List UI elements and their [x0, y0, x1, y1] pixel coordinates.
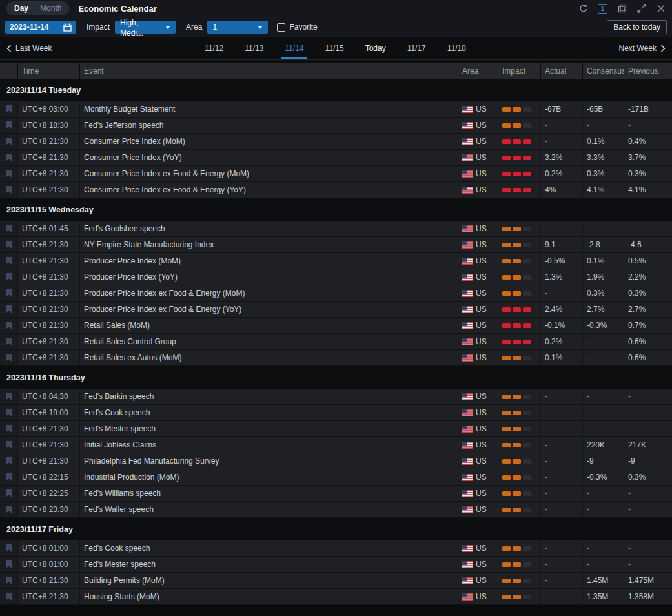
- event-row[interactable]: UTC+8 21:30Consumer Price Index ex Food …: [0, 182, 672, 198]
- impact-bar: [513, 275, 521, 280]
- bookmark-icon[interactable]: [6, 354, 12, 362]
- event-row[interactable]: UTC+8 21:30Housing Starts (MoM)US-1.35M1…: [0, 589, 672, 605]
- bookmark-icon[interactable]: [6, 489, 12, 497]
- next-week-button[interactable]: Next Week: [619, 37, 666, 59]
- bookmark-icon[interactable]: [6, 170, 12, 178]
- impact-bar: [513, 579, 521, 583]
- impact-cell: [498, 589, 541, 604]
- impact-bar: [523, 356, 531, 360]
- event-row[interactable]: UTC+8 01:45Fed's Goolsbee speechUS---: [0, 221, 672, 237]
- event-row[interactable]: UTC+8 21:30Retail Sales ex Autos (MoM)US…: [0, 350, 672, 366]
- bookmark-icon[interactable]: [6, 577, 12, 584]
- bookmark-icon[interactable]: [6, 560, 12, 568]
- title-bar: Day Month Economic Calendar 1: [0, 0, 672, 17]
- event-row[interactable]: UTC+8 22:15Industrial Production (MoM)US…: [0, 469, 672, 486]
- bookmark-icon[interactable]: [6, 593, 12, 601]
- event-row[interactable]: UTC+8 21:30Consumer Price Index ex Food …: [0, 166, 672, 182]
- week-day-11-18[interactable]: 11/18: [446, 37, 467, 59]
- bookmark-icon[interactable]: [6, 289, 12, 297]
- event-row[interactable]: UTC+8 22:25Fed's Williams speechUS---: [0, 486, 672, 502]
- close-icon[interactable]: [656, 4, 666, 14]
- event-row[interactable]: UTC+8 18:30Fed's Jefferson speechUS---: [0, 118, 672, 134]
- week-day-11-17[interactable]: 11/17: [406, 37, 427, 59]
- bookmark-icon[interactable]: [6, 305, 12, 313]
- bookmark-icon[interactable]: [6, 322, 12, 329]
- event-row[interactable]: UTC+8 03:00Monthly Budget StatementUS-67…: [0, 101, 672, 118]
- consensus-value-text: -: [587, 353, 589, 362]
- tab-day[interactable]: Day: [9, 3, 34, 14]
- week-day-11-14[interactable]: 11/14: [283, 37, 305, 59]
- week-day-11-15[interactable]: 11/15: [323, 37, 345, 59]
- consensus-value: -: [583, 221, 624, 236]
- event-row[interactable]: UTC+8 21:30Producer Price Index ex Food …: [0, 285, 672, 302]
- week-day-11-13[interactable]: 11/13: [243, 37, 265, 59]
- event-area: US: [458, 253, 498, 269]
- event-row[interactable]: UTC+8 21:30Producer Price Index ex Food …: [0, 302, 672, 318]
- bookmark-icon[interactable]: [6, 273, 12, 281]
- event-row[interactable]: UTC+8 21:30Building Permits (MoM)US-1.45…: [0, 573, 672, 589]
- actual-value-text: -: [545, 408, 547, 417]
- restore-window-icon[interactable]: [617, 4, 627, 14]
- bookmark-icon[interactable]: [6, 138, 12, 145]
- consensus-value-text: -2.8: [587, 240, 600, 249]
- bookmark-icon[interactable]: [6, 154, 12, 161]
- actual-value-text: -: [545, 121, 547, 130]
- event-row[interactable]: UTC+8 04:30Fed's Barkin speechUS---: [0, 389, 672, 405]
- back-to-today-button[interactable]: Back to today: [607, 20, 667, 34]
- bookmark-icon[interactable]: [6, 506, 12, 513]
- event-row[interactable]: UTC+8 21:30Consumer Price Index (YoY)US3…: [0, 150, 672, 166]
- event-row[interactable]: UTC+8 21:30Philadelphia Fed Manufacturin…: [0, 453, 672, 469]
- panel-count-icon[interactable]: 1: [598, 4, 607, 14]
- event-row[interactable]: UTC+8 21:30Producer Price Index (YoY)US1…: [0, 269, 672, 285]
- event-row[interactable]: UTC+8 01:00Fed's Mester speechUS---: [0, 557, 672, 573]
- bookmark-icon[interactable]: [6, 257, 12, 265]
- refresh-icon[interactable]: [578, 4, 588, 14]
- us-flag-icon: [462, 561, 473, 568]
- previous-value: 0.4%: [624, 134, 672, 149]
- week-nav: Last Week 11/1211/1311/1411/15Today11/17…: [0, 37, 672, 60]
- consensus-value-text: 1.45M: [587, 576, 608, 585]
- bookmark-icon[interactable]: [6, 544, 12, 552]
- event-row[interactable]: UTC+8 19:00Fed's Cook speechUS---: [0, 405, 672, 421]
- event-row[interactable]: UTC+8 01:00Fed's Cook speechUS---: [0, 540, 672, 557]
- event-row[interactable]: UTC+8 21:30Retail Sales Control GroupUS0…: [0, 334, 672, 350]
- last-week-button[interactable]: Last Week: [6, 37, 52, 59]
- impact-bar: [523, 243, 531, 247]
- event-row[interactable]: UTC+8 23:30Fed's Waller speechUS---: [0, 502, 672, 518]
- bookmark-icon[interactable]: [6, 338, 12, 345]
- bookmark-icon[interactable]: [6, 241, 12, 249]
- bookmark-icon[interactable]: [6, 409, 12, 416]
- event-row[interactable]: UTC+8 21:30Consumer Price Index (MoM)US-…: [0, 134, 672, 150]
- event-row[interactable]: UTC+8 21:30Retail Sales (MoM)US-0.1%-0.3…: [0, 318, 672, 334]
- event-row[interactable]: UTC+8 21:30Fed's Mester speechUS---: [0, 421, 672, 437]
- bookmark-icon[interactable]: [6, 441, 12, 449]
- impact-cell: [498, 453, 541, 469]
- impact-bar: [523, 491, 531, 496]
- us-flag-icon: [462, 170, 473, 178]
- event-row[interactable]: UTC+8 21:30NY Empire State Manufacturing…: [0, 237, 672, 253]
- impact-select[interactable]: High、Medi...: [115, 21, 176, 34]
- impact-cell: [498, 221, 541, 236]
- date-picker[interactable]: 2023-11-14: [5, 21, 76, 34]
- bookmark-icon[interactable]: [6, 473, 12, 481]
- tab-month[interactable]: Month: [35, 3, 66, 14]
- event-area: US: [458, 166, 498, 181]
- bookmark-icon[interactable]: [6, 225, 12, 232]
- bookmark-icon[interactable]: [6, 105, 12, 113]
- bookmark-icon[interactable]: [6, 457, 12, 465]
- expand-icon[interactable]: [636, 4, 646, 14]
- bookmark-icon[interactable]: [6, 121, 12, 129]
- consensus-value-text: -: [587, 560, 589, 569]
- bookmark-icon[interactable]: [6, 186, 12, 194]
- impact-bar: [502, 562, 511, 567]
- event-area: US: [458, 421, 498, 436]
- week-day-11-12[interactable]: 11/12: [203, 37, 225, 59]
- bookmark-icon[interactable]: [6, 393, 12, 400]
- event-row[interactable]: UTC+8 21:30Initial Jobless ClaimsUS-220K…: [0, 437, 672, 453]
- favorite-checkbox[interactable]: [277, 23, 285, 32]
- week-day-today[interactable]: Today: [364, 37, 387, 59]
- area-select[interactable]: 1: [207, 21, 268, 34]
- event-row[interactable]: UTC+8 21:30Producer Price Index (MoM)US-…: [0, 253, 672, 269]
- impact-medium-indicator: [502, 459, 531, 464]
- bookmark-icon[interactable]: [6, 425, 12, 433]
